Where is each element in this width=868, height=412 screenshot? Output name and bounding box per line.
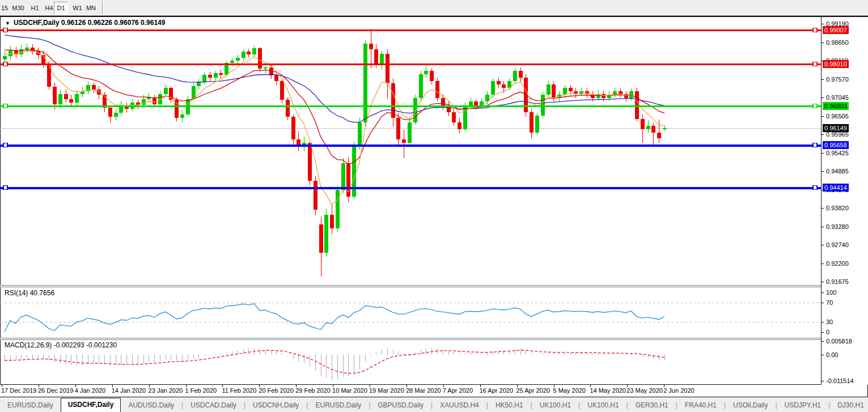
current-price-badge: 0.96149 xyxy=(823,124,849,132)
date-label: 14 May 2020 xyxy=(590,387,626,394)
candle-body xyxy=(402,139,406,143)
toolbar-separator xyxy=(102,1,104,14)
macd-tick-label: -0.011514 xyxy=(826,377,854,384)
candle-body xyxy=(258,48,262,69)
candle-body xyxy=(114,113,118,117)
chart-tab-hk50-h1[interactable]: HK50,H1 xyxy=(488,399,531,412)
price-tick-label: 0.96505 xyxy=(826,113,849,120)
price-tick-label: 0.91675 xyxy=(826,278,849,285)
hline-handle[interactable] xyxy=(3,28,7,32)
macd-tick-label: 0.00 xyxy=(826,351,838,358)
chart-tab-eurusd-daily[interactable]: EURUSD,Daily xyxy=(308,399,369,412)
chart-tab-usdchf-daily[interactable]: USDCHF,Daily xyxy=(61,398,121,412)
chart-tab-fra40-h1[interactable]: FRA40,H1 xyxy=(678,399,724,412)
candle-body xyxy=(513,71,517,81)
price-badge-0.96803: 0.96803 xyxy=(823,102,849,110)
candle-body xyxy=(169,88,173,100)
date-label: 23 Jan 2020 xyxy=(149,387,183,394)
pane-splitter-main-rsi[interactable] xyxy=(0,285,868,287)
candle-body xyxy=(519,71,523,78)
chart-tab-audusd-daily[interactable]: AUDUSD,Daily xyxy=(121,399,181,412)
candle-body xyxy=(657,133,661,138)
date-label: 1 Feb 2020 xyxy=(185,387,217,394)
price-badge-0.94414: 0.94414 xyxy=(823,184,849,192)
price-tick-label: 0.98650 xyxy=(826,39,849,46)
chart-tab-usdjpy-h1[interactable]: USDJPY,H1 xyxy=(777,399,828,412)
candle-body xyxy=(352,146,356,197)
date-label: 20 Feb 2020 xyxy=(259,387,294,394)
candle-body xyxy=(430,71,434,81)
candle-body xyxy=(53,87,57,104)
candle-body xyxy=(314,181,317,210)
candle-body xyxy=(64,94,68,99)
price-tick-label: 0.95425 xyxy=(826,150,849,156)
candle-body xyxy=(319,224,323,253)
price-axis[interactable]: 0.991900.986500.981100.975700.970450.965… xyxy=(821,17,868,385)
candle-body xyxy=(624,94,628,99)
candle-body xyxy=(252,48,256,54)
hline-handle[interactable] xyxy=(813,104,817,108)
candle-body xyxy=(530,112,533,133)
macd-indicator-label: MACD(12,26,9) -0.002293 -0.001230 xyxy=(5,341,117,349)
candle-body xyxy=(274,75,278,81)
timeframe-button-d1[interactable]: D1 xyxy=(54,2,68,14)
candle-body xyxy=(264,67,268,69)
candle-body xyxy=(69,99,73,103)
date-label: 14 Jan 2020 xyxy=(112,387,146,394)
pane-splitter-rsi-macd[interactable] xyxy=(0,338,868,340)
date-label: 11 Feb 2020 xyxy=(222,387,256,394)
timeframe-button-h1[interactable]: H1 xyxy=(28,2,41,14)
hline-handle[interactable] xyxy=(3,104,7,108)
candle-body xyxy=(175,100,179,118)
dropdown-triangle-icon[interactable]: ▼ xyxy=(5,20,10,26)
date-label: 29 Feb 2020 xyxy=(295,387,331,394)
price-tick xyxy=(822,116,824,117)
chart-tab-eurusd-daily[interactable]: EURUSD,Daily xyxy=(0,399,61,412)
rsi-pane[interactable] xyxy=(0,287,821,338)
hline-handle[interactable] xyxy=(813,28,817,32)
price-tick-label: 0.93280 xyxy=(826,223,849,230)
chart-tab-usdcnh-daily[interactable]: USDCNH,Daily xyxy=(245,399,306,412)
chart-title: ▼USDCHF,Daily 0.96126 0.96226 0.96076 0.… xyxy=(5,19,165,27)
chart-tab-usdcad-daily[interactable]: USDCAD,Daily xyxy=(183,399,244,412)
chart-tab-uk100-h1[interactable]: UK100,H1 xyxy=(532,399,578,412)
price-badge-0.98010: 0.98010 xyxy=(823,60,849,68)
chart-tab-ger30-h1[interactable]: GER30,H1 xyxy=(628,399,676,412)
timeframe-button-m30[interactable]: M30 xyxy=(10,2,26,14)
hline-handle[interactable] xyxy=(813,143,817,147)
rsi-tick xyxy=(822,292,824,293)
price-tick-label: 0.93820 xyxy=(826,205,849,211)
hline-handle[interactable] xyxy=(3,143,7,147)
chart-tab-usoil-daily[interactable]: USOil,Daily xyxy=(726,399,775,412)
price-tick-label: 0.94885 xyxy=(826,168,849,175)
candle-body xyxy=(474,101,478,105)
chart-tab-gbpusd-daily[interactable]: GBPUSD,Daily xyxy=(370,399,431,412)
chart-tab-xauusd-h4[interactable]: XAUUSD,H4 xyxy=(433,399,486,412)
date-label: 7 Apr 2020 xyxy=(443,387,473,394)
rsi-tick-label: 0 xyxy=(826,329,829,335)
chart-tab-uk100-h1[interactable]: UK100,H1 xyxy=(580,399,626,412)
candle-body xyxy=(635,91,639,118)
candle-body xyxy=(242,52,245,58)
price-tick xyxy=(822,97,824,98)
candle-body xyxy=(646,126,650,129)
candle-body xyxy=(458,122,461,129)
candle-body xyxy=(363,44,367,122)
candle-body xyxy=(202,75,206,82)
price-tick xyxy=(822,153,824,154)
hline-handle[interactable] xyxy=(813,186,817,190)
candle-body xyxy=(491,81,495,95)
candle-body xyxy=(336,190,340,228)
macd-pane[interactable] xyxy=(0,340,821,384)
timeframe-button-w1[interactable]: W1 xyxy=(71,2,84,14)
hline-handle[interactable] xyxy=(3,186,7,190)
candle-body xyxy=(92,85,96,89)
time-axis[interactable]: 17 Dec 201926 Dec 20194 Jan 202014 Jan 2… xyxy=(0,385,821,397)
timeframe-button-mn[interactable]: MN xyxy=(84,2,98,14)
main-chart[interactable] xyxy=(0,17,821,285)
hline-handle[interactable] xyxy=(3,62,7,66)
chart-tab-dj30-h1[interactable]: DJ30,H1 xyxy=(830,399,868,412)
price-badge-0.95658: 0.95658 xyxy=(823,141,849,149)
timeframe-button-15[interactable]: 15 xyxy=(0,2,9,14)
hline-handle[interactable] xyxy=(813,62,817,66)
